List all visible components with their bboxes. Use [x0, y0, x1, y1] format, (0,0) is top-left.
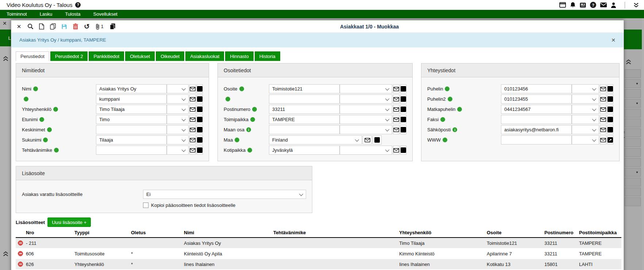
select-input[interactable]: [340, 105, 392, 114]
open-website-button[interactable]: [197, 84, 203, 93]
open-website-button[interactable]: [400, 125, 406, 134]
save-icon[interactable]: [59, 22, 69, 31]
select-input[interactable]: [167, 125, 189, 134]
info-icon[interactable]: i: [246, 127, 251, 132]
paste-clipboard-icon[interactable]: [108, 22, 117, 31]
info-icon[interactable]: [247, 148, 252, 153]
open-website-button[interactable]: [373, 135, 382, 144]
banner-close-icon[interactable]: ✕: [611, 37, 616, 43]
info-icon[interactable]: [239, 86, 244, 91]
send-email-button[interactable]: [600, 125, 606, 134]
send-email-button[interactable]: [189, 115, 196, 124]
send-email-button[interactable]: [393, 115, 400, 124]
select-input[interactable]: [572, 135, 599, 144]
send-email-button[interactable]: [189, 146, 196, 155]
collapse-chevron-icon[interactable]: [3, 56, 9, 62]
send-email-button[interactable]: [189, 135, 196, 144]
copy-address-checkbox[interactable]: [143, 202, 149, 208]
info-icon[interactable]: [443, 138, 447, 142]
reserved-addresses-select[interactable]: Ei: [143, 190, 306, 199]
collapse-chevron-icon[interactable]: [3, 251, 9, 258]
select-input[interactable]: [167, 135, 189, 144]
user-icon[interactable]: [611, 2, 616, 8]
close-icon[interactable]: ✕: [14, 22, 24, 31]
send-email-button[interactable]: [393, 84, 400, 93]
info-icon[interactable]: [24, 97, 28, 101]
select-input[interactable]: [340, 115, 392, 124]
info-icon[interactable]: [225, 97, 230, 101]
help-icon[interactable]: ?: [75, 2, 81, 8]
tab-perustiedot[interactable]: Perustiedot: [16, 51, 49, 61]
menu-item-sovellukset[interactable]: Sovellukset: [93, 11, 117, 17]
info-icon[interactable]: [457, 107, 462, 112]
info-icon[interactable]: [235, 138, 239, 142]
open-website-button[interactable]: [197, 125, 203, 134]
info-icon[interactable]: [252, 107, 257, 112]
delete-address-icon[interactable]: [18, 251, 23, 256]
info-icon[interactable]: [440, 117, 445, 122]
open-website-button[interactable]: [197, 94, 203, 104]
open-website-button[interactable]: [400, 94, 406, 104]
search-icon[interactable]: [26, 22, 35, 31]
select-input[interactable]: [340, 125, 392, 134]
select-input[interactable]: [340, 84, 392, 93]
send-email-button[interactable]: [393, 94, 400, 104]
window-icon[interactable]: [559, 2, 566, 8]
text-input[interactable]: [96, 125, 167, 134]
open-website-button[interactable]: [607, 84, 613, 93]
open-website-button[interactable]: [607, 94, 613, 104]
send-email-button[interactable]: [393, 105, 400, 114]
open-website-button[interactable]: [197, 146, 203, 155]
open-website-button[interactable]: [400, 84, 406, 93]
send-email-button[interactable]: [393, 125, 400, 134]
select-input[interactable]: [340, 146, 392, 155]
menu-item-lasku[interactable]: Lasku: [40, 11, 53, 17]
notifications-bell-icon[interactable]: [570, 2, 576, 8]
select-input[interactable]: [167, 84, 189, 93]
chevron-double-down-icon[interactable]: [633, 3, 639, 8]
tab-perustiedot-2[interactable]: Perustiedot 2: [50, 51, 88, 61]
table-row[interactable]: 606 Toimitusosoite * Kiinteistö Oy Apila…: [16, 248, 621, 259]
send-email-button[interactable]: [189, 84, 196, 93]
open-website-button[interactable]: [197, 135, 203, 144]
news-icon[interactable]: [580, 3, 586, 8]
text-input[interactable]: [501, 115, 572, 124]
select-input[interactable]: [167, 146, 189, 155]
info-icon[interactable]: [33, 86, 38, 91]
table-row[interactable]: 626 Yhteyshenkilö * Iines Ihalainen Iine…: [16, 259, 621, 270]
send-email-button[interactable]: [189, 105, 196, 114]
text-input[interactable]: [96, 94, 167, 104]
info-icon[interactable]: [250, 117, 255, 122]
send-email-button[interactable]: [189, 125, 196, 134]
text-input[interactable]: [96, 135, 167, 144]
menu-item-tulosta[interactable]: Tulosta: [65, 11, 80, 17]
select-input[interactable]: [167, 105, 189, 114]
attachments-paperclip-icon[interactable]: 1: [93, 22, 106, 31]
open-website-button[interactable]: [197, 105, 203, 114]
text-input[interactable]: [269, 84, 340, 93]
delete-address-icon[interactable]: [18, 240, 23, 246]
tab-oikeudet[interactable]: Oikeudet: [156, 51, 184, 61]
select-input[interactable]: [167, 115, 189, 124]
text-input[interactable]: [269, 94, 340, 104]
help-circle-icon[interactable]: ?: [590, 2, 596, 8]
tab-hinnasto[interactable]: Hinnasto: [225, 51, 253, 61]
send-email-button[interactable]: [600, 135, 606, 144]
open-website-button[interactable]: [400, 115, 406, 124]
send-email-button[interactable]: [600, 84, 606, 93]
text-input[interactable]: [501, 84, 572, 93]
info-icon[interactable]: [448, 97, 452, 101]
send-email-button[interactable]: [393, 146, 400, 155]
text-input[interactable]: [96, 84, 167, 93]
open-website-button[interactable]: [400, 105, 406, 114]
info-icon[interactable]: [53, 107, 58, 112]
text-input[interactable]: [269, 115, 340, 124]
text-input[interactable]: [269, 105, 340, 114]
select-input[interactable]: [167, 94, 189, 104]
text-input[interactable]: [501, 125, 572, 134]
table-row[interactable]: - 211 Asiakas Yritys Oy Timo Tilaaja Toi…: [16, 238, 621, 248]
select-input[interactable]: [572, 84, 599, 93]
send-email-button[interactable]: [363, 135, 372, 144]
tab-pankkitiedot[interactable]: Pankkitiedot: [89, 51, 124, 61]
open-website-button[interactable]: [607, 125, 613, 134]
